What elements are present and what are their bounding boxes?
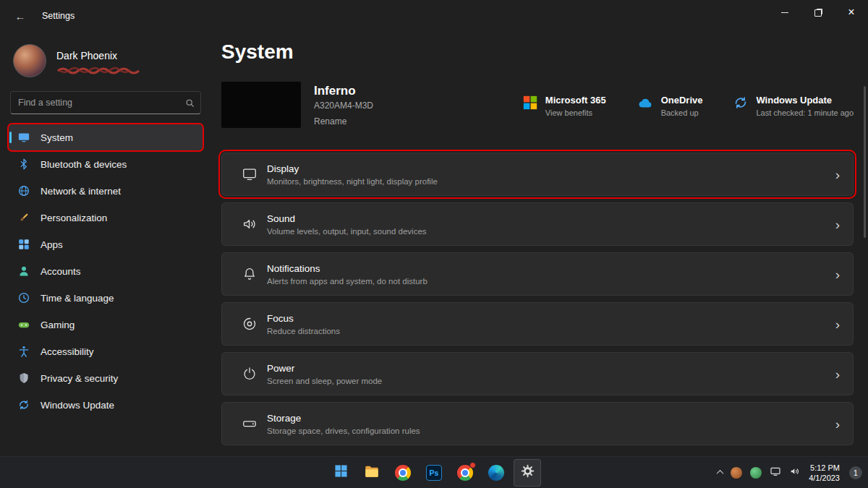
sidebar-item-accessibility[interactable]: Accessibility bbox=[9, 338, 203, 364]
sidebar-item-label: Privacy & security bbox=[41, 373, 118, 384]
sidebar-item-gaming[interactable]: Gaming bbox=[9, 312, 203, 338]
file-explorer-button[interactable] bbox=[358, 459, 386, 487]
windows-update-status-card[interactable]: Windows Update Last checked: 1 minute ag… bbox=[733, 95, 854, 117]
chevron-right-icon: › bbox=[828, 267, 840, 281]
focus-icon bbox=[232, 316, 267, 332]
status-title: OneDrive bbox=[661, 95, 703, 106]
speaker-icon bbox=[232, 216, 267, 232]
chevron-right-icon: › bbox=[828, 417, 840, 431]
back-arrow-icon: ← bbox=[15, 10, 26, 22]
clock-icon bbox=[17, 291, 30, 304]
card-power[interactable]: Power Screen and sleep, power mode › bbox=[221, 352, 854, 395]
settings-taskbar-button[interactable] bbox=[514, 459, 541, 487]
minimize-button[interactable] bbox=[768, 0, 801, 25]
main-content: System Inferno A320AM4-M3D Rename Micros… bbox=[211, 32, 868, 456]
scrollbar-thumb[interactable] bbox=[864, 86, 866, 238]
sidebar-item-label: Network & internet bbox=[41, 186, 121, 197]
sidebar-item-windows-update[interactable]: Windows Update bbox=[9, 392, 203, 418]
search-icon bbox=[185, 98, 195, 111]
apps-grid-icon bbox=[17, 238, 30, 251]
sidebar-item-privacy-security[interactable]: Privacy & security bbox=[9, 365, 203, 391]
close-button[interactable]: × bbox=[835, 0, 868, 25]
card-title: Notifications bbox=[267, 263, 427, 274]
clock-time: 5:12 PM bbox=[809, 463, 840, 473]
rename-button[interactable]: Rename bbox=[314, 116, 373, 127]
card-subtitle: Volume levels, output, input, sound devi… bbox=[267, 227, 427, 236]
sidebar-item-label: Gaming bbox=[41, 320, 75, 330]
device-thumbnail bbox=[221, 82, 301, 128]
notification-dot bbox=[469, 462, 476, 468]
user-email-redacted bbox=[56, 64, 143, 72]
tray-app-icon-1[interactable] bbox=[731, 467, 742, 479]
photoshop-button[interactable]: Ps bbox=[420, 459, 448, 487]
edge-button[interactable] bbox=[482, 459, 510, 487]
card-notifications[interactable]: Notifications Alerts from apps and syste… bbox=[221, 252, 854, 296]
folder-icon bbox=[364, 463, 380, 482]
sidebar-item-label: Bluetooth & devices bbox=[41, 159, 127, 170]
clock-date: 4/1/2023 bbox=[809, 473, 840, 483]
card-subtitle: Screen and sleep, power mode bbox=[267, 377, 382, 385]
back-button[interactable]: ← bbox=[10, 6, 30, 26]
person-icon bbox=[17, 265, 30, 278]
windows-logo-icon bbox=[333, 463, 349, 481]
volume-icon[interactable] bbox=[789, 466, 801, 480]
card-title: Storage bbox=[267, 413, 420, 424]
hidden-icons-chevron-icon[interactable] bbox=[717, 470, 724, 477]
window-title: Settings bbox=[42, 11, 75, 21]
chrome-button[interactable] bbox=[389, 459, 417, 487]
globe-icon bbox=[17, 184, 30, 197]
status-subtitle: View benefits bbox=[545, 108, 606, 117]
device-header: Inferno A320AM4-M3D Rename Microsoft 365… bbox=[221, 82, 854, 128]
sidebar-item-time-language[interactable]: Time & language bbox=[9, 285, 203, 311]
storage-drive-icon bbox=[232, 416, 267, 432]
chevron-right-icon: › bbox=[828, 367, 840, 381]
sidebar-item-apps[interactable]: Apps bbox=[9, 231, 203, 257]
photoshop-icon: Ps bbox=[426, 465, 442, 481]
sidebar-item-label: Apps bbox=[41, 239, 63, 250]
sidebar-item-network-internet[interactable]: Network & internet bbox=[9, 178, 203, 204]
sidebar-nav: System Bluetooth & devices Network & int… bbox=[9, 124, 203, 418]
card-subtitle: Reduce distractions bbox=[267, 327, 340, 335]
shield-icon bbox=[17, 372, 30, 385]
status-title: Windows Update bbox=[756, 95, 854, 106]
user-profile[interactable]: Dark Phoenix bbox=[13, 40, 200, 81]
restore-button[interactable] bbox=[801, 0, 835, 25]
update-arrows-icon bbox=[17, 398, 30, 411]
edge-icon bbox=[488, 465, 504, 481]
system-tray: 5:12 PM 4/1/2023 1 bbox=[718, 457, 862, 488]
notification-count-badge[interactable]: 1 bbox=[849, 466, 862, 479]
settings-window: ← Settings × Dark Phoenix bbox=[0, 0, 868, 488]
accessibility-person-icon bbox=[17, 345, 30, 358]
chrome-profile-button[interactable] bbox=[451, 459, 479, 487]
minimize-icon bbox=[781, 12, 788, 13]
device-name: Inferno bbox=[314, 84, 373, 98]
cast-display-icon[interactable] bbox=[770, 466, 781, 480]
close-icon: × bbox=[848, 7, 854, 18]
card-title: Focus bbox=[267, 313, 340, 324]
chevron-right-icon: › bbox=[828, 218, 840, 231]
sidebar-item-accounts[interactable]: Accounts bbox=[9, 258, 203, 284]
card-subtitle: Alerts from apps and system, do not dist… bbox=[267, 277, 427, 286]
sidebar-item-bluetooth-devices[interactable]: Bluetooth & devices bbox=[9, 151, 203, 177]
status-subtitle: Last checked: 1 minute ago bbox=[756, 108, 854, 117]
tray-app-icon-2[interactable] bbox=[750, 467, 762, 479]
search-input[interactable] bbox=[10, 91, 201, 114]
card-storage[interactable]: Storage Storage space, drives, configura… bbox=[221, 402, 854, 445]
start-button[interactable] bbox=[327, 459, 354, 487]
clock[interactable]: 5:12 PM 4/1/2023 bbox=[809, 463, 840, 483]
card-focus[interactable]: Focus Reduce distractions › bbox=[221, 302, 854, 346]
onedrive-card[interactable]: OneDrive Backed up bbox=[637, 95, 703, 117]
sidebar-item-label: Personalization bbox=[41, 213, 107, 223]
card-title: Display bbox=[267, 163, 438, 174]
microsoft-365-card[interactable]: Microsoft 365 View benefits bbox=[522, 95, 606, 117]
bell-icon bbox=[232, 266, 267, 282]
avatar bbox=[13, 44, 46, 77]
card-sound[interactable]: Sound Volume levels, output, input, soun… bbox=[221, 202, 854, 246]
status-subtitle: Backed up bbox=[661, 108, 703, 117]
sidebar-item-label: Time & language bbox=[41, 293, 114, 304]
sidebar-item-system[interactable]: System bbox=[9, 124, 203, 150]
settings-list: Display Monitors, brightness, night ligh… bbox=[221, 153, 854, 445]
device-model: A320AM4-M3D bbox=[314, 100, 373, 111]
sidebar-item-personalization[interactable]: Personalization bbox=[9, 205, 203, 231]
card-display[interactable]: Display Monitors, brightness, night ligh… bbox=[221, 153, 854, 196]
